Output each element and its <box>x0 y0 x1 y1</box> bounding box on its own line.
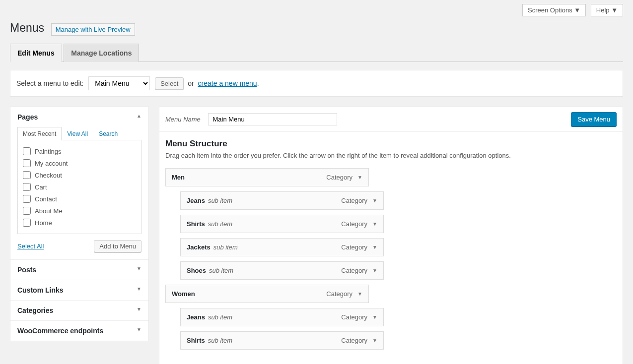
menu-item-title: Shirts <box>187 220 205 228</box>
tab-edit-menus[interactable]: Edit Menus <box>10 44 62 62</box>
create-new-menu-link[interactable]: create a new menu <box>198 79 257 87</box>
menu-item-type: Category <box>341 337 367 344</box>
chevron-down-icon[interactable]: ▼ <box>372 221 377 227</box>
screen-options-button[interactable]: Screen Options ▼ <box>522 4 586 16</box>
menu-item[interactable]: MenCategory▼ <box>165 168 369 186</box>
menu-item-type: Category <box>341 220 367 228</box>
pages-checklist: Paintings My account Checkout Cart Conta… <box>17 140 141 234</box>
menu-item-title: Jeans <box>187 197 205 204</box>
chevron-up-icon: ▲ <box>137 113 141 119</box>
menu-item[interactable]: Jeanssub itemCategory▼ <box>180 308 384 326</box>
chevron-down-icon: ▼ <box>137 327 141 332</box>
page-checkbox[interactable] <box>23 207 31 215</box>
menu-item-title: Shirts <box>187 337 205 344</box>
chevron-down-icon[interactable]: ▼ <box>372 244 377 250</box>
chevron-down-icon[interactable]: ▼ <box>372 338 377 343</box>
menu-item-type: Category <box>326 290 352 298</box>
sub-item-label: sub item <box>208 313 232 321</box>
sub-item-label: sub item <box>208 337 232 344</box>
select-button[interactable]: Select <box>155 77 184 90</box>
accordion-header-posts[interactable]: Posts ▼ <box>10 259 148 280</box>
menu-item[interactable]: Jeanssub itemCategory▼ <box>180 191 384 210</box>
subtab-view-all[interactable]: View All <box>62 127 93 140</box>
subtab-most-recent[interactable]: Most Recent <box>17 127 62 140</box>
manage-live-preview-button[interactable]: Manage with Live Preview <box>51 23 135 36</box>
accordion-header-pages[interactable]: Pages ▲ <box>10 107 148 127</box>
list-item[interactable]: About Me <box>23 205 136 217</box>
or-text: or <box>188 79 194 87</box>
sub-item-label: sub item <box>208 220 232 228</box>
subtab-search[interactable]: Search <box>93 127 123 140</box>
list-item[interactable]: Cart <box>23 181 136 193</box>
menu-item-title: Men <box>172 174 185 181</box>
list-item[interactable]: Home <box>23 217 136 229</box>
sub-item-label: sub item <box>208 197 232 204</box>
chevron-down-icon: ▼ <box>137 286 141 292</box>
tab-manage-locations[interactable]: Manage Locations <box>64 44 139 62</box>
page-checkbox[interactable] <box>23 219 31 227</box>
menu-structure-title: Menu Structure <box>165 139 617 149</box>
menu-item[interactable]: WomenCategory▼ <box>165 285 369 303</box>
list-item[interactable]: Contact <box>23 193 136 205</box>
menu-name-input[interactable] <box>208 113 337 125</box>
menu-item-type: Category <box>341 313 367 321</box>
menu-item-type: Category <box>341 267 367 274</box>
page-title: Menus <box>10 16 44 38</box>
menu-item-type: Category <box>341 197 367 204</box>
page-checkbox[interactable] <box>23 195 31 203</box>
accordion-header-categories[interactable]: Categories ▼ <box>10 300 148 320</box>
sub-item-label: sub item <box>213 243 238 251</box>
chevron-down-icon[interactable]: ▼ <box>357 175 362 180</box>
list-item[interactable]: Paintings <box>23 145 136 157</box>
help-button[interactable]: Help ▼ <box>591 4 623 16</box>
menu-select[interactable]: Main Menu <box>88 76 150 90</box>
menu-item[interactable]: Shirtssub itemCategory▼ <box>180 331 384 350</box>
menu-name-label: Menu Name <box>165 116 201 123</box>
menu-item[interactable]: Jacketssub itemCategory▼ <box>180 238 384 256</box>
page-checkbox[interactable] <box>23 183 31 191</box>
menu-item[interactable]: Shirtssub itemCategory▼ <box>180 215 384 233</box>
chevron-down-icon[interactable]: ▼ <box>372 268 377 273</box>
chevron-down-icon: ▼ <box>137 266 141 271</box>
chevron-down-icon[interactable]: ▼ <box>372 314 377 320</box>
menu-item-title: Shoes <box>187 267 206 274</box>
menu-item-title: Jackets <box>187 243 211 251</box>
accordion-header-woocommerce[interactable]: WooCommerce endpoints ▼ <box>10 320 148 341</box>
menu-item-title: Jeans <box>187 313 205 321</box>
menu-structure-desc: Drag each item into the order you prefer… <box>165 152 617 159</box>
select-menu-label: Select a menu to edit: <box>16 79 83 87</box>
save-menu-button[interactable]: Save Menu <box>571 112 617 126</box>
page-checkbox[interactable] <box>23 171 31 179</box>
chevron-down-icon[interactable]: ▼ <box>357 291 362 297</box>
menu-item-type: Category <box>341 243 367 251</box>
sub-item-label: sub item <box>209 267 233 274</box>
menu-item-type: Category <box>326 174 352 181</box>
page-checkbox[interactable] <box>23 159 31 167</box>
select-all-link[interactable]: Select All <box>17 243 44 250</box>
accordion-header-custom-links[interactable]: Custom Links ▼ <box>10 280 148 300</box>
list-item[interactable]: Checkout <box>23 169 136 181</box>
menu-item-title: Women <box>172 290 195 298</box>
chevron-down-icon[interactable]: ▼ <box>372 198 377 203</box>
menu-item[interactable]: Shoessub itemCategory▼ <box>180 261 384 280</box>
chevron-down-icon: ▼ <box>137 306 141 312</box>
page-checkbox[interactable] <box>23 147 31 155</box>
add-to-menu-button[interactable]: Add to Menu <box>94 240 141 252</box>
list-item[interactable]: My account <box>23 157 136 169</box>
